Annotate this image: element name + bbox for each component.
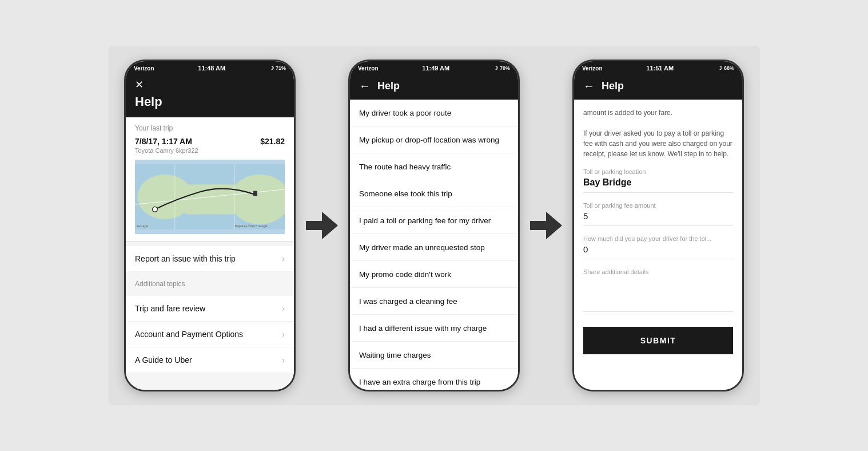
issue-item-6[interactable]: My promo code didn't work	[350, 261, 518, 288]
screen1-content: ✕ Help Your last trip 7/8/17, 1:17 AM $2…	[126, 74, 294, 390]
moon-icon-2: ☽	[493, 65, 498, 71]
screen3-title: Help	[602, 80, 624, 92]
account-payment-label: Account and Payment Options	[135, 330, 243, 339]
issue-label-0: My driver took a poor route	[359, 109, 451, 117]
additional-details-label: Share additional details	[583, 268, 733, 275]
screen2-title: Help	[377, 80, 400, 92]
back-button-2[interactable]: ←	[359, 80, 371, 93]
arrow-body-2	[530, 221, 546, 230]
time-1: 11:48 AM	[198, 65, 225, 72]
issue-item-7[interactable]: I was charged a cleaning fee	[350, 288, 518, 315]
additional-details-input[interactable]	[583, 278, 733, 312]
toll-location-label: Toll or parking location	[583, 168, 733, 175]
chevron-icon-2: ›	[282, 330, 285, 339]
issue-item-4[interactable]: I paid a toll or parking fee for my driv…	[350, 207, 518, 234]
moon-icon: ☽	[269, 65, 274, 71]
map-placeholder: Google Map data ©2017 Google	[135, 160, 285, 234]
toll-amount-label: Toll or parking fee amount	[583, 202, 733, 209]
field-additional-details: Share additional details	[583, 268, 733, 312]
screen1-title: Help	[135, 94, 285, 109]
battery-icons-3: ☽ 68%	[718, 65, 734, 71]
screen2-body: My driver took a poor route My pickup or…	[350, 100, 518, 390]
issue-label-10: I have an extra charge from this trip	[359, 378, 480, 386]
trip-label: Your last trip	[135, 124, 285, 132]
issue-item-10[interactable]: I have an extra charge from this trip	[350, 369, 518, 390]
carrier-3: Verizon	[582, 65, 603, 72]
moon-icon-3: ☽	[718, 65, 722, 71]
screen3-content: ← Help amount is added to your fare.If y…	[574, 74, 742, 390]
phone-screen3: Verizon 11:51 AM ☽ 68% ← Help amount is …	[572, 60, 744, 391]
issue-item-0[interactable]: My driver took a poor route	[350, 100, 518, 126]
carrier-1: Verizon	[134, 65, 154, 72]
screen3-body: amount is added to your fare.If your dri…	[574, 100, 742, 390]
additional-topics-header: Additional topics	[126, 272, 294, 291]
guide-uber-item[interactable]: A Guide to Uber ›	[126, 347, 294, 373]
time-3: 11:51 AM	[646, 65, 674, 72]
phone-screen1: Verizon 11:48 AM ☽ 71% ✕ Help Your last …	[124, 60, 296, 391]
issue-label-9: Waiting time charges	[359, 351, 431, 359]
info-text: amount is added to your fare.If your dri…	[583, 108, 733, 159]
issue-item-8[interactable]: I had a different issue with my charge	[350, 315, 518, 342]
issue-label-1: My pickup or drop-off location was wrong	[359, 136, 499, 144]
issue-item-5[interactable]: My driver made an unrequested stop	[350, 234, 518, 261]
close-button[interactable]: ✕	[135, 80, 285, 90]
issue-label-7: I was charged a cleaning fee	[359, 297, 457, 306]
trip-section: Your last trip 7/8/17, 1:17 AM $21.82 To…	[126, 117, 294, 242]
svg-point-7	[153, 207, 158, 212]
trip-fare-review-item[interactable]: Trip and fare review ›	[126, 296, 294, 322]
chevron-icon-3: ›	[282, 355, 285, 365]
svg-text:Map data ©2017 Google: Map data ©2017 Google	[235, 224, 268, 228]
issue-label-4: I paid a toll or parking fee for my driv…	[359, 216, 491, 225]
status-bar-3: Verizon 11:51 AM ☽ 68%	[574, 61, 742, 74]
issue-item-1[interactable]: My pickup or drop-off location was wrong	[350, 126, 518, 153]
battery-icons-1: ☽ 71%	[269, 65, 286, 71]
screen3-header: ← Help	[574, 74, 742, 100]
issue-label-5: My driver made an unrequested stop	[359, 243, 485, 252]
issue-label-6: My promo code didn't work	[359, 270, 451, 279]
account-payment-item[interactable]: Account and Payment Options ›	[126, 322, 294, 347]
screen1-header: ✕ Help	[126, 74, 294, 117]
issue-label-3: Someone else took this trip	[359, 189, 452, 198]
toll-amount-input[interactable]: 5	[583, 211, 733, 226]
arrow-body-1	[306, 221, 322, 230]
report-issue-label: Report an issue with this trip	[135, 254, 236, 263]
report-issue-item[interactable]: Report an issue with this trip ›	[126, 246, 294, 272]
guide-uber-label: A Guide to Uber	[135, 355, 192, 365]
chevron-icon-0: ›	[282, 254, 285, 263]
arrow-1	[306, 212, 338, 239]
trip-fare-label: Trip and fare review	[135, 304, 205, 313]
additional-menu-section: Trip and fare review › Account and Payme…	[126, 296, 294, 373]
info-text-content: amount is added to your fare.If your dri…	[583, 109, 732, 158]
issue-label-2: The route had heavy traffic	[359, 163, 451, 171]
chevron-icon-1: ›	[282, 304, 285, 313]
back-button-3[interactable]: ←	[583, 80, 595, 93]
issue-item-9[interactable]: Waiting time charges	[350, 342, 518, 369]
status-bar-1: Verizon 11:48 AM ☽ 71%	[126, 61, 294, 74]
issue-item-2[interactable]: The route had heavy traffic	[350, 153, 518, 180]
toll-location-value: Bay Bridge	[583, 177, 733, 193]
trip-datetime: 7/8/17, 1:17 AM	[135, 137, 192, 146]
issue-item-3[interactable]: Someone else took this trip	[350, 180, 518, 207]
status-bar-2: Verizon 11:49 AM ☽ 70%	[350, 61, 518, 74]
arrow-2	[530, 212, 562, 239]
battery-label-3: 68%	[724, 65, 734, 71]
svg-text:Google: Google	[137, 224, 148, 228]
paid-driver-label: How much did you pay your driver for the…	[583, 235, 733, 242]
battery-label-1: 71%	[276, 65, 286, 71]
main-menu-section: Report an issue with this trip ›	[126, 246, 294, 272]
submit-button[interactable]: SUBMIT	[583, 327, 733, 354]
arrow-head-1	[322, 212, 338, 239]
carrier-2: Verizon	[358, 65, 379, 72]
field-toll-location: Toll or parking location Bay Bridge	[583, 168, 733, 193]
screen1-body: Your last trip 7/8/17, 1:17 AM $21.82 To…	[126, 117, 294, 390]
phone-screen2: Verizon 11:49 AM ☽ 70% ← Help My driver …	[348, 60, 520, 391]
paid-driver-input[interactable]: 0	[583, 244, 733, 259]
screen2-header: ← Help	[350, 74, 518, 100]
time-2: 11:49 AM	[422, 65, 449, 72]
screen2-content: ← Help My driver took a poor route My pi…	[350, 74, 518, 390]
issue-label-8: I had a different issue with my charge	[359, 324, 487, 333]
field-paid-driver: How much did you pay your driver for the…	[583, 235, 733, 259]
screenshot-container: Verizon 11:48 AM ☽ 71% ✕ Help Your last …	[108, 46, 760, 405]
battery-icons-2: ☽ 70%	[493, 65, 510, 71]
battery-label-2: 70%	[500, 65, 510, 71]
